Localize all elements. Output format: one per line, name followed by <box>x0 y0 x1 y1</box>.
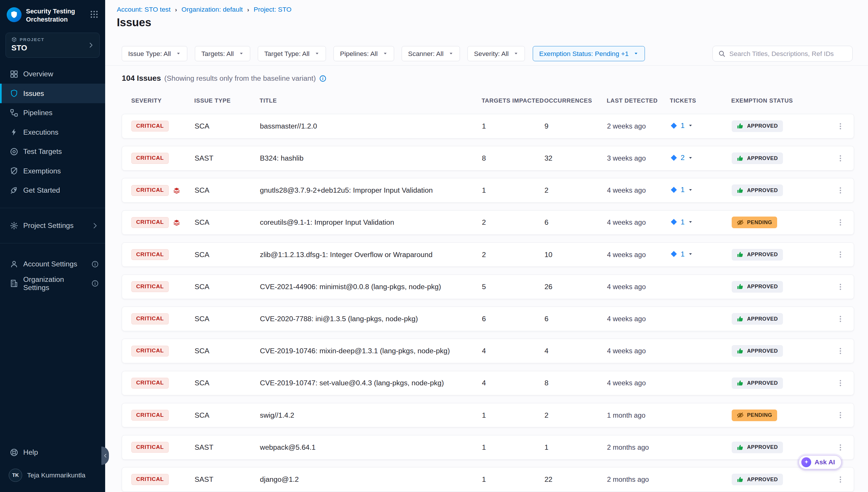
ticket-link[interactable]: 1 <box>670 218 693 226</box>
user-name: Teja Kummarikuntla <box>27 471 85 479</box>
table-row[interactable]: CRITICAL SAST B324: hashlib 8 32 3 weeks… <box>122 146 854 171</box>
last-detected: 4 weeks ago <box>607 379 670 387</box>
exemption-status-badge: PENDING <box>732 217 778 228</box>
table-row[interactable]: CRITICAL SAST django@1.2 1 22 2 months a… <box>122 467 854 492</box>
sidebar-divider <box>0 208 105 208</box>
filter-target-type[interactable]: Target Type: All <box>258 46 326 61</box>
people-icon <box>10 260 18 268</box>
ticket-link[interactable]: 1 <box>670 122 693 130</box>
row-menu-button[interactable] <box>836 154 845 163</box>
filter-scanner[interactable]: Scanner: All <box>402 46 460 61</box>
sidebar-item-account-settings[interactable]: Account Settings <box>0 254 105 274</box>
filter-pipelines[interactable]: Pipelines: All <box>334 46 394 61</box>
row-menu-button[interactable] <box>836 283 845 291</box>
filter-exemption-status[interactable]: Exemption Status: Pending +1 <box>533 46 645 61</box>
row-menu-button[interactable] <box>836 218 845 227</box>
table-row[interactable]: CRITICAL SCA CVE-2019-10746: mixin-deep@… <box>122 339 854 363</box>
targets-impacted: 2 <box>482 218 544 226</box>
ask-ai-button[interactable]: Ask AI <box>799 455 841 469</box>
search-box[interactable] <box>712 46 852 61</box>
table-row[interactable]: CRITICAL SCA zlib@1:1.2.13.dfsg-1: Integ… <box>122 243 854 267</box>
status-label: APPROVED <box>747 444 778 450</box>
exemption-status-badge: APPROVED <box>732 345 783 357</box>
ticket-link[interactable]: 1 <box>670 250 693 258</box>
row-menu-button[interactable] <box>836 347 845 355</box>
row-menu-button[interactable] <box>836 315 845 323</box>
sidebar-item-help[interactable]: Help <box>0 443 105 462</box>
occurrences: 6 <box>544 315 607 323</box>
issue-title: swig//1.4.2 <box>260 411 482 419</box>
sidebar-item-pipelines[interactable]: Pipelines <box>0 103 105 123</box>
nav-label: Get Started <box>23 186 60 194</box>
breadcrumb-organization[interactable]: Organization: default <box>181 5 243 14</box>
row-menu-button[interactable] <box>836 186 845 195</box>
severity-badge: CRITICAL <box>131 346 168 356</box>
issue-title: gnutls28@3.7.9-2+deb12u5: Improper Input… <box>260 186 482 194</box>
last-detected: 4 weeks ago <box>607 283 670 291</box>
filter-issue-type[interactable]: Issue Type: All <box>122 46 187 61</box>
jira-icon <box>670 186 678 194</box>
breadcrumb-account[interactable]: Account: STO test <box>117 5 171 14</box>
row-menu-button[interactable] <box>836 443 845 452</box>
row-menu-button[interactable] <box>836 122 845 130</box>
app-logo[interactable] <box>7 7 22 22</box>
status-label: APPROVED <box>747 251 778 258</box>
breadcrumb-separator: › <box>175 6 177 13</box>
help-icon <box>10 448 18 457</box>
sidebar-item-issues[interactable]: Issues <box>0 84 105 103</box>
issue-type: SCA <box>194 347 260 355</box>
row-menu-button[interactable] <box>836 475 845 484</box>
sidebar-item-get-started[interactable]: Get Started <box>0 181 105 200</box>
exemption-status-badge: APPROVED <box>732 442 783 453</box>
search-input[interactable] <box>729 50 847 58</box>
occurrences: 8 <box>544 379 607 387</box>
table-row[interactable]: CRITICAL SCA CVE-2020-7788: ini@1.3.5 (l… <box>122 306 854 331</box>
sidebar-item-organization-settings[interactable]: Organization Settings <box>0 274 105 293</box>
info-icon[interactable] <box>91 280 99 287</box>
sidebar-item-test-targets[interactable]: Test Targets <box>0 142 105 162</box>
filter-severity[interactable]: Severity: All <box>468 46 525 61</box>
module-switcher-icon[interactable] <box>90 10 99 19</box>
row-menu-button[interactable] <box>836 250 845 259</box>
info-icon[interactable] <box>319 75 326 82</box>
rocket-icon <box>10 186 18 195</box>
sidebar-item-exemptions[interactable]: Exemptions <box>0 161 105 181</box>
issue-type: SCA <box>194 315 260 323</box>
table-row[interactable]: CRITICAL SCA bassmaster//1.2.0 1 9 2 wee… <box>122 114 854 139</box>
table-row[interactable]: CRITICAL SCA CVE-2021-44906: minimist@0.… <box>122 275 854 299</box>
row-menu-button[interactable] <box>836 411 845 419</box>
table-row[interactable]: CRITICAL SCA CVE-2019-10747: set-value@0… <box>122 371 854 395</box>
nav-label: Organization Settings <box>23 275 86 292</box>
table-row[interactable]: CRITICAL SCA swig//1.4.2 1 2 1 month ago <box>122 403 854 427</box>
project-selector[interactable]: PROJECT STO <box>5 33 100 58</box>
occurrences: 9 <box>544 122 607 130</box>
sidebar-item-executions[interactable]: Executions <box>0 122 105 142</box>
thumbs-up-icon <box>737 379 744 387</box>
sidebar-item-project-settings[interactable]: Project Settings <box>0 216 105 236</box>
row-menu-button[interactable] <box>836 379 845 387</box>
issue-title: bassmaster//1.2.0 <box>260 122 482 130</box>
sidebar-item-overview[interactable]: Overview <box>0 65 105 84</box>
thumbs-up-icon <box>737 187 744 194</box>
targets-impacted: 8 <box>482 154 544 162</box>
issue-title: B324: hashlib <box>260 154 482 162</box>
filter-targets[interactable]: Targets: All <box>195 46 250 61</box>
targets-impacted: 1 <box>482 122 544 130</box>
table-row[interactable]: CRITICAL SAST webpack@5.64.1 1 1 2 month… <box>122 435 854 460</box>
chevron-down-icon <box>688 123 693 128</box>
breadcrumb-project[interactable]: Project: STO <box>254 5 292 14</box>
table-row[interactable]: CRITICAL SCA gnutls28@3.7.9-2+deb12u5: I… <box>122 178 854 202</box>
ticket-link[interactable]: 2 <box>670 154 693 162</box>
table-row[interactable]: CRITICAL SCA coreutils@9.1-1: Improper I… <box>122 211 854 235</box>
issue-title: CVE-2019-10746: mixin-deep@1.3.1 (lang-p… <box>260 347 482 355</box>
status-label: APPROVED <box>747 284 778 290</box>
filters: Issue Type: All Targets: All Target Type… <box>122 46 645 61</box>
ticket-count: 1 <box>681 218 685 226</box>
nav-label: Exemptions <box>23 167 61 175</box>
info-icon[interactable] <box>91 261 99 268</box>
user-menu[interactable]: TK Teja Kummarikuntla <box>0 462 105 482</box>
ticket-link[interactable]: 1 <box>670 186 693 194</box>
page-title: Issues <box>117 16 852 29</box>
column-header: TICKETS <box>670 97 731 104</box>
page-header: Account: STO test › Organization: defaul… <box>105 0 868 66</box>
